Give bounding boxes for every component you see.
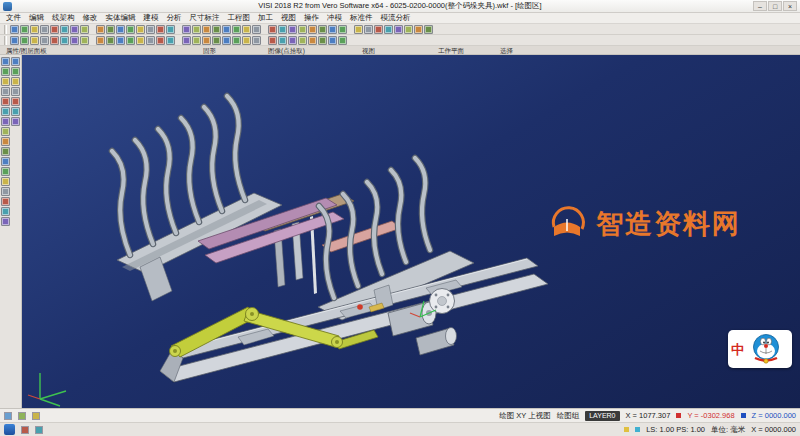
toolbar-icon[interactable]	[1, 87, 10, 96]
toolbar-icon[interactable]	[338, 25, 347, 34]
menu-item[interactable]: 工程图	[228, 13, 251, 23]
menu-item[interactable]: 尺寸标注	[190, 13, 220, 23]
toolbar-icon[interactable]	[222, 25, 231, 34]
toolbar-icon[interactable]	[11, 107, 20, 116]
toolbar-icon[interactable]	[268, 36, 277, 45]
menu-item[interactable]: 编辑	[29, 13, 44, 23]
toolbar-icon[interactable]	[80, 36, 89, 45]
toolbar-icon[interactable]	[11, 67, 20, 76]
layer-indicator[interactable]: LAYER0	[585, 411, 619, 421]
ortho-icon[interactable]	[32, 412, 40, 420]
toolbar-icon[interactable]	[96, 25, 105, 34]
toolbar-icon[interactable]	[96, 36, 105, 45]
minimize-button[interactable]: –	[753, 1, 767, 11]
toolbar-icon[interactable]	[146, 25, 155, 34]
toolbar-icon[interactable]	[1, 167, 10, 176]
toolbar-icon[interactable]	[70, 25, 79, 34]
filter-icon[interactable]	[35, 426, 43, 434]
toolbar-icon[interactable]	[338, 36, 347, 45]
toolbar-icon[interactable]	[11, 87, 20, 96]
draw-group-selector[interactable]: 绘图组	[557, 411, 580, 421]
view-selector[interactable]: 绘图 XY 上视图	[499, 411, 551, 421]
toolbar-icon[interactable]	[308, 25, 317, 34]
toolbar-icon[interactable]	[40, 25, 49, 34]
menu-item[interactable]: 冲模	[327, 13, 342, 23]
units-label[interactable]: 单位: 毫米	[711, 425, 745, 435]
toolbar-icon[interactable]	[328, 25, 337, 34]
toolbar-icon[interactable]	[192, 25, 201, 34]
toolbar-icon[interactable]	[106, 25, 115, 34]
toolbar-icon[interactable]	[192, 36, 201, 45]
menu-item[interactable]: 加工	[258, 13, 273, 23]
toolbar-icon[interactable]	[318, 36, 327, 45]
menu-item[interactable]: 标准件	[350, 13, 373, 23]
toolbar-icon[interactable]	[288, 36, 297, 45]
toolbar-icon[interactable]	[10, 25, 19, 34]
toolbar-icon[interactable]	[40, 36, 49, 45]
toolbar-icon[interactable]	[116, 25, 125, 34]
toolbar-icon[interactable]	[136, 36, 145, 45]
toolbar-icon[interactable]	[166, 25, 175, 34]
toolbar-icon[interactable]	[50, 25, 59, 34]
toolbar-icon[interactable]	[1, 137, 10, 146]
toolbar-icon[interactable]	[1, 217, 10, 226]
toolbar-icon[interactable]	[232, 36, 241, 45]
toolbar-icon[interactable]	[364, 25, 373, 34]
toolbar-icon[interactable]	[136, 25, 145, 34]
toolbar-icon[interactable]	[146, 36, 155, 45]
menu-item[interactable]: 建模	[144, 13, 159, 23]
toolbar-icon[interactable]	[374, 25, 383, 34]
toolbar-icon[interactable]	[11, 117, 20, 126]
toolbar-icon[interactable]	[1, 197, 10, 206]
toolbar-icon[interactable]	[1, 77, 10, 86]
toolbar-icon[interactable]	[70, 36, 79, 45]
snap-icon[interactable]	[4, 412, 12, 420]
toolbar-icon[interactable]	[1, 147, 10, 156]
toolbar-icon[interactable]	[298, 36, 307, 45]
toolbar-icon[interactable]	[242, 25, 251, 34]
toolbar-icon[interactable]	[182, 25, 191, 34]
toolbar-icon[interactable]	[354, 25, 363, 34]
menu-item[interactable]: 文件	[6, 13, 21, 23]
toolbar-icon[interactable]	[126, 25, 135, 34]
menu-item[interactable]: 线架构	[52, 13, 75, 23]
toolbar-icon[interactable]	[10, 36, 19, 45]
toolbar-icon[interactable]	[60, 25, 69, 34]
record-icon[interactable]	[21, 426, 29, 434]
menu-item[interactable]: 修改	[83, 13, 98, 23]
toolbar-icon[interactable]	[80, 25, 89, 34]
toolbar-icon[interactable]	[212, 36, 221, 45]
toolbar-icon[interactable]	[268, 25, 277, 34]
toolbar-icon[interactable]	[30, 36, 39, 45]
toolbar-icon[interactable]	[182, 36, 191, 45]
menu-item[interactable]: 实体编辑	[106, 13, 136, 23]
toolbar-icon[interactable]	[1, 97, 10, 106]
toolbar-icon[interactable]	[288, 25, 297, 34]
toolbar-icon[interactable]	[318, 25, 327, 34]
toolbar-icon[interactable]	[252, 36, 261, 45]
toolbar-icon[interactable]	[202, 36, 211, 45]
toolbar-icon[interactable]	[20, 25, 29, 34]
toolbar-icon[interactable]	[222, 36, 231, 45]
toolbar-icon[interactable]	[384, 25, 393, 34]
menu-item[interactable]: 分析	[167, 13, 182, 23]
toolbar-icon[interactable]	[298, 25, 307, 34]
toolbar-icon[interactable]	[404, 25, 413, 34]
visi-logo-icon[interactable]	[4, 424, 15, 435]
toolbar-icon[interactable]	[328, 36, 337, 45]
toolbar-icon[interactable]	[116, 36, 125, 45]
toolbar-icon[interactable]	[11, 77, 20, 86]
toolbar-icon[interactable]	[1, 117, 10, 126]
toolbar-icon[interactable]	[1, 187, 10, 196]
toolbar-icon[interactable]	[414, 25, 423, 34]
viewport-3d[interactable]: 智造资料网 中	[22, 55, 800, 408]
toolbar-icon[interactable]	[252, 25, 261, 34]
toolbar-grip[interactable]	[4, 36, 7, 45]
toolbar-icon[interactable]	[1, 57, 10, 66]
menu-item[interactable]: 模流分析	[381, 13, 411, 23]
toolbar-icon[interactable]	[11, 57, 20, 66]
toolbar-icon[interactable]	[60, 36, 69, 45]
toolbar-icon[interactable]	[126, 36, 135, 45]
toolbar-icon[interactable]	[278, 36, 287, 45]
toolbar-icon[interactable]	[278, 25, 287, 34]
